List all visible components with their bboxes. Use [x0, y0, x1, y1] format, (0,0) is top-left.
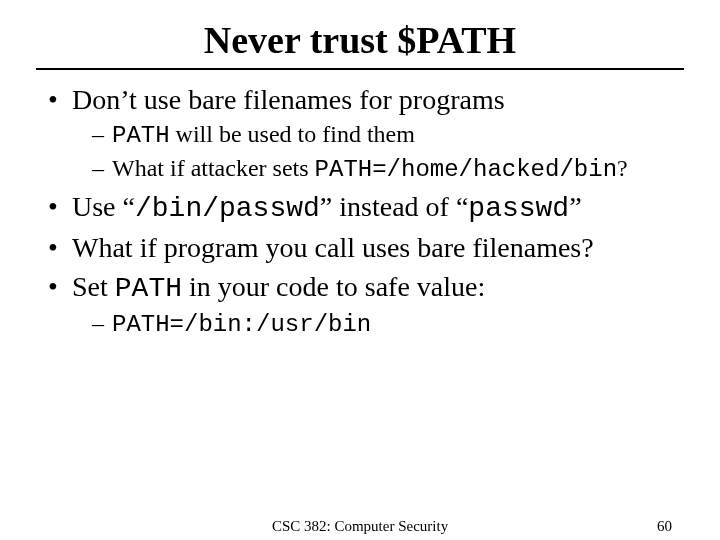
- bullet-list: Don’t use bare filenames for programs PA…: [36, 82, 684, 340]
- quote-close: ”: [320, 191, 332, 222]
- slide-title: Never trust $PATH: [36, 18, 684, 62]
- code-path: PATH: [112, 122, 170, 149]
- bullet-2: Use “/bin/passwd” instead of “passwd”: [48, 189, 684, 226]
- bullet-4: Set PATH in your code to safe value: PAT…: [48, 269, 684, 340]
- bullet-2-mid: instead of “: [332, 191, 468, 222]
- bullet-1-text: Don’t use bare filenames for programs: [72, 84, 505, 115]
- bullet-1: Don’t use bare filenames for programs PA…: [48, 82, 684, 185]
- bullet-4-sublist: PATH=/bin:/usr/bin: [72, 308, 684, 340]
- bullet-1-sublist: PATH will be used to find them What if a…: [72, 119, 684, 185]
- code-path-value: PATH=/bin:/usr/bin: [112, 311, 371, 338]
- code-path-2: PATH: [115, 273, 182, 304]
- title-rule: [36, 68, 684, 70]
- quote-open: “: [123, 191, 135, 222]
- bullet-4-lead: Set: [72, 271, 115, 302]
- code-passwd: passwd: [468, 193, 569, 224]
- slide: Never trust $PATH Don’t use bare filenam…: [0, 0, 720, 540]
- bullet-3-text: What if program you call uses bare filen…: [72, 232, 594, 263]
- bullet-1-sub-1: PATH will be used to find them: [92, 119, 684, 151]
- footer-page-number: 60: [657, 518, 672, 535]
- footer-course: CSC 382: Computer Security: [0, 518, 720, 535]
- code-path-assign: PATH=/home/hacked/bin: [315, 156, 617, 183]
- bullet-3: What if program you call uses bare filen…: [48, 230, 684, 265]
- bullet-1-sub-1-rest: will be used to find them: [170, 121, 415, 147]
- bullet-1-sub-2-lead: What if attacker sets: [112, 155, 315, 181]
- bullet-1-sub-2: What if attacker sets PATH=/home/hacked/…: [92, 153, 684, 185]
- code-bin-passwd: /bin/passwd: [135, 193, 320, 224]
- bullet-2-tail: ”: [569, 191, 581, 222]
- bullet-2-lead: Use: [72, 191, 123, 222]
- bullet-4-tail: in your code to safe value:: [182, 271, 485, 302]
- bullet-4-sub-1: PATH=/bin:/usr/bin: [92, 308, 684, 340]
- bullet-1-sub-2-tail: ?: [617, 155, 628, 181]
